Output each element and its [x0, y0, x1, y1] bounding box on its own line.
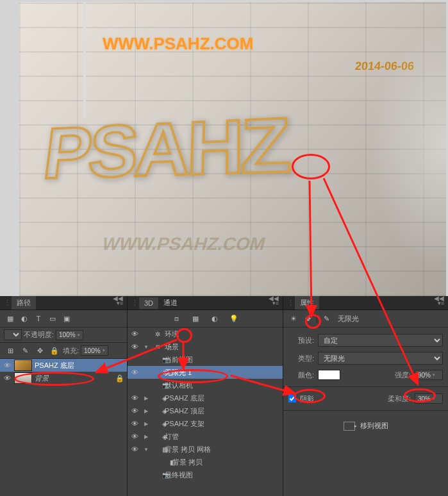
- 3d-panel: ◀◀ ⋮⋮ 3D 通道 ▾≡ ⧈ ▦ ◐ 💡 👁✲环境 👁▼⧈场景 📷当前视图 …: [128, 296, 283, 496]
- visibility-icon[interactable]: 👁: [130, 343, 139, 351]
- move-to-view-label: 移到视图: [360, 422, 388, 429]
- opacity-value[interactable]: 100%: [56, 330, 83, 340]
- softness-value[interactable]: 30%: [415, 393, 443, 404]
- layer-thumb: [14, 360, 32, 371]
- visibility-icon[interactable]: 👁: [130, 394, 139, 402]
- blend-mode-select[interactable]: [4, 329, 22, 340]
- layer-row-psahz[interactable]: 👁 PSAHZ 底层: [0, 359, 127, 372]
- visibility-icon[interactable]: 👁: [130, 445, 139, 453]
- layer-thumb: [14, 372, 32, 384]
- canvas-preview: WWW.PSAHZ.COM 2014-06-06 PSAHZ WWW.PSAHZ…: [19, 2, 446, 296]
- intensity-value[interactable]: 90%: [415, 370, 443, 380]
- cable-decor: [83, 2, 86, 117]
- twisty-icon[interactable]: ▼: [142, 447, 151, 452]
- visibility-icon[interactable]: 👁: [3, 374, 12, 382]
- collapse-icon[interactable]: ◀◀: [269, 295, 279, 302]
- lock-all-icon[interactable]: 🔒: [48, 345, 61, 356]
- 3d-row-mesh[interactable]: 👁▶◈PSAHZ 底层: [128, 392, 283, 404]
- 3d-tab-bar: ⋮⋮ 3D 通道 ▾≡: [128, 296, 283, 310]
- lock-paint-icon[interactable]: ✎: [19, 345, 31, 356]
- 3d-row-view[interactable]: 📷当前视图: [128, 353, 283, 366]
- node-label: 灯管: [165, 432, 280, 442]
- main-3d-text: PSAHZ: [39, 101, 289, 195]
- tab-channels[interactable]: 通道: [158, 296, 183, 310]
- shadow-checkbox[interactable]: [288, 395, 296, 402]
- filter-type-icon[interactable]: T: [32, 313, 45, 324]
- env-icon: ✲: [153, 331, 162, 338]
- light-mode-icon[interactable]: ☀: [287, 313, 300, 324]
- 3d-row-env[interactable]: 👁✲环境: [128, 327, 283, 340]
- node-label: 无限光 1: [165, 368, 280, 377]
- grip-icon[interactable]: ⋮⋮: [4, 299, 10, 307]
- props-tab-bar: ⋮⋮ 属性 ▾≡: [283, 296, 448, 310]
- 3d-tree: 👁✲环境 👁▼⧈场景 📷当前视图 👁☀无限光 1 📷默认相机 👁▶◈PSAHZ …: [128, 327, 283, 496]
- camera-icon: 📷: [153, 472, 162, 479]
- type-select[interactable]: 无限光: [318, 352, 443, 365]
- light-icon: ☀: [153, 369, 162, 376]
- filter-light-icon[interactable]: 💡: [228, 313, 240, 324]
- visibility-icon[interactable]: 👁: [130, 420, 139, 427]
- 3d-row-scene[interactable]: 👁▼⧈场景: [128, 340, 283, 353]
- node-label: PSAHZ 底层: [165, 393, 280, 403]
- layer-row-bg[interactable]: 👁 背景 🔒: [0, 372, 127, 384]
- visibility-icon[interactable]: 👁: [130, 330, 139, 338]
- color-swatch[interactable]: [318, 370, 340, 380]
- layer-tree: 👁 PSAHZ 底层 👁 背景 🔒: [0, 359, 127, 496]
- filter-material-icon[interactable]: ◐: [208, 313, 221, 324]
- twisty-icon[interactable]: ▶: [142, 395, 151, 401]
- camera-icon: 📷: [153, 356, 162, 363]
- lock-pos-icon[interactable]: ✥: [33, 345, 46, 356]
- layers-tab-bar: ⋮⋮ 路径 ▾≡: [0, 296, 127, 310]
- 3d-row-mesh[interactable]: 👁▼▦背景 拷贝 网格: [128, 443, 283, 456]
- preset-select[interactable]: 自定: [318, 334, 443, 347]
- fill-label: 填充:: [63, 346, 79, 356]
- filter-shape-icon[interactable]: ▭: [46, 313, 59, 324]
- material-icon: ◧: [153, 459, 170, 466]
- twisty-icon[interactable]: ▶: [142, 434, 151, 440]
- grip-icon[interactable]: ⋮⋮: [287, 299, 294, 307]
- filter-adjust-icon[interactable]: ◐: [18, 313, 31, 324]
- 3d-row-mesh[interactable]: 👁▶◈PSAHZ 支架: [128, 417, 283, 430]
- layers-panel: ◀◀ ⋮⋮ 路径 ▾≡ ▦ ◐ T ▭ ▣ 不透明度: 100% ⊞ ✎ ✥ 🔒…: [0, 296, 128, 496]
- mesh-icon: ◈: [153, 420, 162, 427]
- node-label: 背景 拷贝: [172, 458, 280, 467]
- visibility-icon[interactable]: 👁: [130, 368, 139, 376]
- props-mode-row: ☀ ✥ ✎ 无限光: [283, 310, 448, 327]
- tab-paths[interactable]: 路径: [12, 296, 36, 310]
- visibility-icon[interactable]: 👁: [3, 361, 12, 369]
- 3d-row-light[interactable]: 👁☀无限光 1: [128, 366, 283, 379]
- type-label: 类型:: [288, 354, 314, 363]
- tab-3d[interactable]: 3D: [139, 297, 158, 309]
- collapse-icon[interactable]: ◀◀: [434, 295, 444, 302]
- brush-icon[interactable]: ✎: [320, 313, 333, 324]
- lock-trans-icon[interactable]: ⊞: [4, 345, 17, 356]
- filter-pixel-icon[interactable]: ▦: [4, 313, 17, 324]
- mesh-icon: ◈: [153, 408, 162, 415]
- 3d-row-final[interactable]: 📷最终视图: [128, 468, 283, 481]
- twisty-icon[interactable]: ▶: [142, 421, 151, 427]
- visibility-icon[interactable]: 👁: [130, 407, 139, 415]
- 3d-row-mesh[interactable]: 👁▶◈灯管: [128, 430, 283, 443]
- filter-scene-icon[interactable]: ⧈: [170, 313, 183, 324]
- collapse-icon[interactable]: ◀◀: [113, 295, 123, 302]
- visibility-icon[interactable]: 👁: [130, 433, 139, 440]
- filter-smart-icon[interactable]: ▣: [60, 313, 73, 324]
- filter-row: ▦ ◐ T ▭ ▣: [0, 310, 127, 327]
- mode-label: 无限光: [338, 314, 359, 324]
- opacity-row: 不透明度: 100%: [0, 327, 127, 343]
- fill-value[interactable]: 100%: [81, 345, 108, 356]
- divider: [317, 314, 317, 323]
- node-label: 背景 拷贝 网格: [165, 445, 280, 454]
- 3d-row-mesh[interactable]: 👁▶◈PSAHZ 顶层: [128, 404, 283, 417]
- shadow-row: 阴影 柔和度: 30%: [287, 391, 444, 406]
- shadow-label: 阴影: [300, 394, 314, 404]
- 3d-row-camera[interactable]: 📷默认相机: [128, 379, 283, 392]
- coord-mode-icon[interactable]: ✥: [301, 313, 314, 324]
- grip-icon[interactable]: ⋮⋮: [131, 299, 138, 307]
- filter-mesh-icon[interactable]: ▦: [189, 313, 202, 324]
- move-to-view-button[interactable]: 移到视图: [287, 415, 444, 437]
- tab-properties[interactable]: 属性: [295, 296, 319, 310]
- twisty-icon[interactable]: ▶: [142, 408, 151, 414]
- twisty-icon[interactable]: ▼: [142, 344, 151, 350]
- 3d-row-material[interactable]: ◧背景 拷贝: [128, 456, 283, 468]
